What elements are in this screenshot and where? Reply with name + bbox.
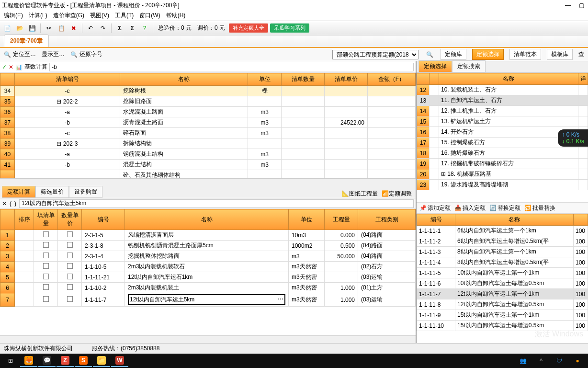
- template-lib-button[interactable]: 模板库: [547, 49, 573, 60]
- table-row[interactable]: 32-3-1-4挖掘机整体挖除路面m350.000(04)路面: [0, 251, 416, 262]
- undo-icon[interactable]: ↶: [85, 23, 96, 34]
- list-template-button[interactable]: 清单范本: [509, 49, 541, 60]
- list-item[interactable]: 1-1-11-510t以内自卸汽车运土第一个1km100: [417, 268, 588, 278]
- start-button[interactable]: ⊞: [2, 355, 19, 367]
- insert-quota-button[interactable]: 📥插入定额: [454, 204, 486, 212]
- document-tab[interactable]: 200章-700章: [4, 34, 49, 47]
- list-item[interactable]: 1-1-11-26t以内自卸汽车运土每增运0.5km(平100: [417, 236, 588, 247]
- locate-button[interactable]: 🔍定位至…: [4, 50, 36, 58]
- search-lib-icon[interactable]: 🔍: [424, 49, 435, 60]
- cancel-icon[interactable]: ✕: [9, 64, 13, 70]
- new-icon[interactable]: 📄: [2, 23, 12, 34]
- open-icon[interactable]: 📂: [14, 23, 25, 34]
- calc-input[interactable]: [19, 199, 414, 208]
- quota-adjust-button[interactable]: 📶定额调整: [382, 190, 412, 198]
- list-item[interactable]: 1210. 装载机装土、石方: [417, 85, 588, 95]
- list-item[interactable]: 1-1-11-610t以内自卸汽车运土每增运0.5km100: [417, 278, 588, 289]
- replace-quota-button[interactable]: 🔄替换定额: [489, 204, 520, 212]
- calc-grid[interactable]: 排序 填清单量 数量单价 编号 名称 单位 工程量 工程类别 12-3-1-5风…: [0, 209, 416, 335]
- list-item[interactable]: 1-1-11-48t以内自卸汽车运土每增运0.5km(平100: [417, 257, 588, 268]
- list-item[interactable]: 2319. 渗水路堤及高路堤堆砌: [417, 180, 588, 190]
- batch-replace-button[interactable]: 🔁批量替换: [524, 204, 555, 212]
- menu-edit[interactable]: 编辑(E): [2, 11, 25, 21]
- list-item[interactable]: 1513. 铲运机铲运土方: [417, 116, 588, 127]
- table-row[interactable]: 38-c碎石路面m3: [0, 128, 416, 138]
- help-icon[interactable]: ?: [139, 23, 150, 34]
- list-item[interactable]: 1-1-11-712t以内自卸汽车运土第一个1km100: [417, 289, 588, 299]
- task-explorer[interactable]: 📁: [93, 355, 110, 367]
- mini-cancel-icon[interactable]: ✕: [2, 200, 7, 207]
- tab-equipment[interactable]: 设备购置: [69, 186, 102, 198]
- list-item[interactable]: 1-1-11-16t以内自卸汽车运土第一个1km100: [417, 226, 588, 236]
- redo-icon[interactable]: ↷: [98, 23, 108, 34]
- table-row[interactable]: 41-b混凝土结构m3: [0, 160, 416, 170]
- formula-input[interactable]: [49, 63, 414, 71]
- quota-select-button[interactable]: 定额选择: [472, 49, 504, 60]
- task-app-z[interactable]: Z: [57, 355, 74, 367]
- list-item[interactable]: 1917. 挖掘机带破碎锤破碎石方: [417, 159, 588, 169]
- table-row[interactable]: 12-3-1-5风镐挖清沥青面层10m30.000(04)路面: [0, 230, 416, 241]
- menu-help[interactable]: 帮助(H): [164, 11, 188, 21]
- maximize-button[interactable]: ▢: [577, 2, 586, 9]
- tray-shield-icon[interactable]: 🛡: [551, 355, 568, 367]
- check-icon[interactable]: ✓: [2, 64, 7, 70]
- calc-icon[interactable]: 📊: [15, 64, 23, 70]
- add-quota-button[interactable]: 📌添加定额: [419, 204, 451, 212]
- task-wechat[interactable]: 💬: [38, 355, 56, 367]
- sigma-icon[interactable]: Σ: [114, 23, 125, 34]
- list-item[interactable]: 1816. 抛坍爆破石方: [417, 148, 588, 159]
- list-item[interactable]: 1-1-11-915t以内自卸汽车运土第一个1km100: [417, 310, 588, 321]
- more-label[interactable]: 查: [578, 50, 584, 58]
- task-firefox[interactable]: 🦊: [20, 355, 37, 367]
- tab-quota-calc[interactable]: 定额计算: [2, 186, 35, 198]
- badge-tutorial[interactable]: 呆瓜学习系列: [270, 23, 309, 33]
- drawing-qty-button[interactable]: 📐图纸工程量: [342, 190, 378, 198]
- restore-font-button[interactable]: 🔍还原字号: [70, 50, 102, 58]
- main-grid[interactable]: 清单编号 名称 单位 清单数量 清单单价 金额（F） 34-c挖除树根棵35⊟ …: [0, 73, 416, 178]
- tab-quota-select[interactable]: 定额选择: [418, 60, 452, 72]
- quota-items-grid[interactable]: 编号名称 1-1-11-16t以内自卸汽车运土第一个1km1001-1-11-2…: [417, 214, 588, 343]
- badge-supplement[interactable]: 补充定额大全: [229, 23, 268, 33]
- menu-tools[interactable]: 工具(T): [113, 11, 136, 21]
- table-row[interactable]: 22-3-1-8铣刨机铣刨沥青混凝土路面厚5cm1000m20.500(04)路…: [0, 241, 416, 251]
- menu-calc[interactable]: 计算(L): [27, 11, 49, 21]
- table-row[interactable]: 39⊟ 202-3拆除结构物: [0, 138, 416, 149]
- quota-year-dropdown[interactable]: 部颁公路工程预算定额(2018): [332, 50, 418, 59]
- task-app-w[interactable]: W: [111, 355, 128, 367]
- table-row[interactable]: 37-b沥青混凝土路面m324522.00: [0, 117, 416, 128]
- tray-misc-icon[interactable]: ●: [569, 355, 586, 367]
- minimize-button[interactable]: —: [563, 2, 573, 9]
- quota-lib-button[interactable]: 定额库: [441, 49, 466, 60]
- menu-window[interactable]: 窗口(W): [137, 11, 162, 21]
- table-row[interactable]: 71-1-11-712t以内自卸汽车运土5km⋯m3天然密1.000(03)运输: [0, 293, 416, 307]
- list-item[interactable]: 1-1-11-38t以内自卸汽车运土第一个1km100: [417, 247, 588, 257]
- task-sogou[interactable]: S: [75, 355, 92, 367]
- mini-paren-close[interactable]: ): [14, 200, 16, 207]
- showto-button[interactable]: 显示至…: [42, 50, 65, 58]
- menu-view[interactable]: 视图(V): [88, 11, 111, 21]
- main-grid-hscroll[interactable]: [0, 178, 416, 186]
- table-row[interactable]: 34-c挖除树根棵: [0, 86, 416, 96]
- table-row[interactable]: 51-1-11-2112t以内自卸汽车运石1kmm3天然密(03)运输: [0, 272, 416, 283]
- list-item[interactable]: 1311. 自卸汽车运土、石方: [417, 95, 588, 106]
- calc-grid-hscroll[interactable]: [0, 335, 416, 343]
- sigma2-icon[interactable]: Σ: [127, 23, 137, 34]
- mini-paren-open[interactable]: (: [10, 200, 11, 207]
- list-item[interactable]: 1-1-11-812t以内自卸汽车运土每增运0.5km100: [417, 299, 588, 310]
- list-item[interactable]: 1412. 推土机推土、石方: [417, 106, 588, 116]
- list-item[interactable]: 20⊞ 18. 机械碾压路基: [417, 169, 588, 180]
- table-row[interactable]: 36-a水泥混凝土路面m3: [0, 107, 416, 117]
- table-row[interactable]: 41-1-10-52m3以内装载机装软石m3天然密(02)石方: [0, 262, 416, 272]
- save-icon[interactable]: 💾: [27, 23, 37, 34]
- delete-icon[interactable]: ✖: [68, 23, 79, 34]
- tray-people-icon[interactable]: 👥: [514, 355, 531, 367]
- paste-icon[interactable]: 📋: [56, 23, 67, 34]
- cut-icon[interactable]: ✂: [44, 23, 54, 34]
- table-row[interactable]: 35⊟ 202-2挖除旧路面: [0, 96, 416, 107]
- menu-audit[interactable]: 造价审查(G): [51, 11, 86, 21]
- tab-quota-search[interactable]: 定额搜索: [452, 60, 486, 72]
- table-row[interactable]: 61-1-10-22m3以内装载机装土m3天然密1.000(01)土方: [0, 283, 416, 293]
- tray-up-icon[interactable]: ^: [532, 355, 550, 367]
- table-row[interactable]: 40-a钢筋混凝土结构m3: [0, 149, 416, 160]
- table-row[interactable]: 砼、石及其他砌体结构: [0, 170, 416, 179]
